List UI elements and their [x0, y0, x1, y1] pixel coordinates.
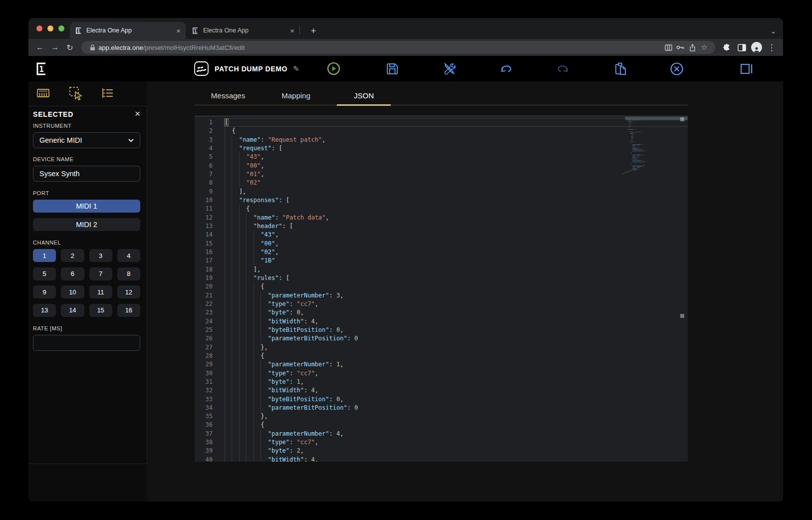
tools-button[interactable]: [442, 61, 457, 76]
code-line[interactable]: 17 "1B": [195, 257, 688, 265]
profile-avatar[interactable]: [750, 41, 763, 54]
channel-button-7[interactable]: 7: [89, 267, 112, 280]
traffic-light-zoom-icon[interactable]: [58, 25, 64, 31]
code-line[interactable]: 39 "byte": 2,: [195, 447, 688, 455]
channel-button-2[interactable]: 2: [61, 249, 84, 262]
instrument-select[interactable]: Generic MIDI: [33, 132, 140, 148]
panel-close-icon[interactable]: ×: [135, 108, 140, 119]
code-line[interactable]: 18 ],: [195, 265, 688, 274]
device-keyboard-icon[interactable]: [36, 86, 50, 100]
code-line[interactable]: 1[: [195, 118, 688, 127]
code-line[interactable]: 34 "parameterBitPosition": 0: [195, 404, 688, 412]
browser-tab-1[interactable]: 1 Electra One App ×: [70, 22, 186, 39]
tab-mapping[interactable]: Mapping: [269, 91, 323, 105]
channel-button-3[interactable]: 3: [89, 249, 112, 262]
code-line[interactable]: 3 "name": "Request patch",: [195, 136, 688, 144]
browser-tab-2[interactable]: 1 Electra One App ×: [187, 22, 299, 39]
forward-button[interactable]: →: [48, 41, 61, 54]
code-line[interactable]: 25 "byteBitPosition": 0,: [195, 326, 688, 334]
select-tool-icon[interactable]: [69, 86, 82, 100]
channel-button-13[interactable]: 13: [33, 304, 56, 317]
channel-button-16[interactable]: 16: [117, 304, 140, 317]
code-line[interactable]: 16 "02",: [195, 248, 688, 257]
code-line[interactable]: 20 {: [195, 282, 688, 291]
channel-button-6[interactable]: 6: [61, 267, 84, 280]
minimap[interactable]: 1[2 {3 "name": "Request patch",4 "reques…: [625, 117, 677, 461]
code-line[interactable]: 13 "header": [: [195, 222, 688, 231]
channel-button-1[interactable]: 1: [33, 249, 56, 262]
channel-button-4[interactable]: 4: [117, 249, 140, 262]
traffic-light-minimize-icon[interactable]: [47, 25, 53, 31]
code-line[interactable]: 28 {: [195, 352, 688, 360]
code-line[interactable]: 23 "byte": 0,: [195, 308, 688, 317]
port-button-midi-1[interactable]: MIDI 1: [33, 200, 140, 213]
code-line[interactable]: 38 "type": "cc7",: [195, 438, 688, 447]
code-line[interactable]: 15 "00",: [195, 240, 688, 248]
code-line[interactable]: 4 "request": [: [195, 144, 688, 153]
tab-search-chevron-icon[interactable]: ⌄: [771, 27, 776, 35]
share-icon[interactable]: [686, 42, 698, 53]
code-line[interactable]: 24 "bitWidth": 4,: [195, 317, 688, 326]
code-line[interactable]: 6 "00",: [195, 162, 688, 170]
channel-button-10[interactable]: 10: [61, 285, 84, 298]
code-line[interactable]: 2 {: [195, 127, 688, 135]
device-name-input[interactable]: [33, 166, 140, 182]
json-code-editor[interactable]: 1[2 {3 "name": "Request patch",4 "reques…: [195, 116, 688, 462]
key-icon[interactable]: [674, 42, 686, 53]
close-button[interactable]: [669, 61, 684, 76]
code-line[interactable]: 29 "parameterNumber": 1,: [195, 360, 688, 369]
channel-button-11[interactable]: 11: [89, 285, 112, 298]
play-button[interactable]: [326, 61, 341, 76]
side-panel-icon[interactable]: [735, 41, 748, 54]
tab-close-icon[interactable]: ×: [290, 27, 294, 34]
channel-button-5[interactable]: 5: [33, 267, 56, 280]
channel-button-9[interactable]: 9: [33, 285, 56, 298]
editor-scrollbar[interactable]: [677, 116, 688, 462]
code-line[interactable]: 5 "43",: [195, 153, 688, 161]
panel-toggle-button[interactable]: [739, 61, 754, 76]
code-lines[interactable]: 1[2 {3 "name": "Request patch",4 "reques…: [195, 116, 688, 462]
code-line[interactable]: 22 "type": "cc7",: [195, 300, 688, 308]
channel-button-8[interactable]: 8: [117, 267, 140, 280]
code-line[interactable]: 33 "byteBitPosition": 0,: [195, 395, 688, 404]
channel-button-15[interactable]: 15: [89, 304, 112, 317]
code-line[interactable]: 11 {: [195, 205, 688, 213]
list-tree-icon[interactable]: [101, 86, 114, 100]
traffic-light-close-icon[interactable]: [36, 25, 42, 31]
code-line[interactable]: 32 "bitWidth": 4,: [195, 386, 688, 395]
tab-messages[interactable]: Messages: [201, 91, 255, 105]
code-line[interactable]: 21 "parameterNumber": 3,: [195, 291, 688, 300]
edit-pencil-icon[interactable]: ✎: [293, 64, 299, 73]
code-line[interactable]: 35 },: [195, 412, 688, 421]
code-line[interactable]: 37 "parameterNumber": 4,: [195, 430, 688, 438]
address-bar[interactable]: app.electra.one/preset/molHsyctRreHuM3at…: [81, 41, 715, 54]
code-line[interactable]: 14 "43",: [195, 231, 688, 239]
channel-button-14[interactable]: 14: [61, 304, 84, 317]
code-line[interactable]: 27 },: [195, 343, 688, 352]
code-line[interactable]: 26 "parameterBitPosition": 0: [195, 334, 688, 343]
reload-button[interactable]: ↻: [63, 41, 76, 54]
paste-button[interactable]: [613, 61, 628, 76]
code-line[interactable]: 40 "bitWidth": 4,: [195, 456, 688, 462]
code-line[interactable]: 9 ],: [195, 188, 688, 196]
code-line[interactable]: 7 "01",: [195, 170, 688, 179]
code-line[interactable]: 19 "rules": [: [195, 274, 688, 282]
redo-button[interactable]: [556, 61, 570, 76]
new-tab-button[interactable]: +: [307, 24, 320, 37]
browser-menu-kebab-icon[interactable]: ⋮: [765, 41, 778, 54]
code-line[interactable]: 30 "type": "cc7",: [195, 369, 688, 378]
rate-input[interactable]: [33, 335, 140, 351]
scrollbar-thumb[interactable]: [680, 117, 684, 121]
code-line[interactable]: 36 {: [195, 421, 688, 429]
code-line[interactable]: 10 "responses": [: [195, 196, 688, 205]
undo-button[interactable]: [498, 61, 513, 76]
columns-icon[interactable]: [662, 42, 674, 53]
back-button[interactable]: ←: [33, 41, 46, 54]
code-line[interactable]: 8 "02": [195, 179, 688, 187]
save-button[interactable]: [385, 61, 399, 76]
tab-close-icon[interactable]: ×: [176, 27, 181, 34]
channel-button-12[interactable]: 12: [117, 285, 140, 298]
code-line[interactable]: 31 "byte": 1,: [195, 378, 688, 386]
tab-json[interactable]: JSON: [337, 91, 391, 105]
extensions-puzzle-icon[interactable]: [720, 41, 733, 54]
